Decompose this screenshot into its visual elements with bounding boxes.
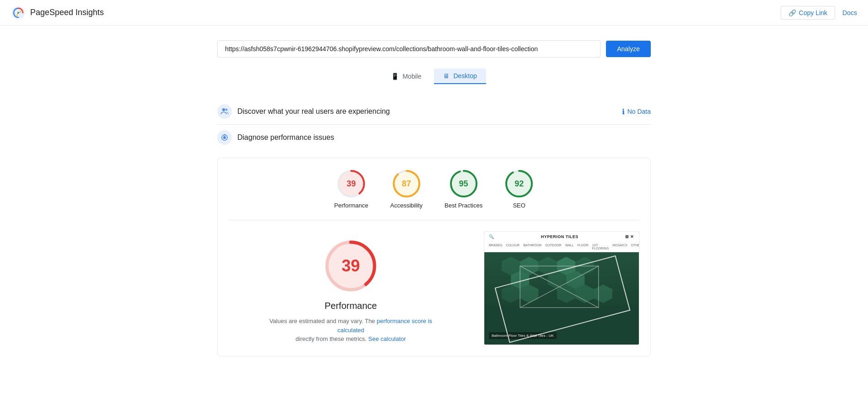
svg-point-7 [224,134,225,136]
main-content: Analyze 📱 Mobile 🖥 Desktop Discover what… [210,26,658,371]
app-title: PageSpeed Insights [30,8,104,17]
svg-marker-34 [520,285,538,303]
site-screenshot: 🔍 HYPERION TILES ⊞ ✕ BRANDS COLOUR BATHR… [484,231,639,345]
diagnose-title: Diagnose performance issues [237,133,651,142]
real-users-title: Discover what your real users are experi… [237,107,616,116]
link-icon: 🔗 [788,9,796,16]
diagnose-section: Diagnose performance issues [217,125,651,150]
big-performance-score: 39 [342,256,360,276]
best-practices-score-value: 95 [459,179,468,189]
svg-marker-33 [502,285,520,303]
url-input[interactable] [217,40,600,58]
seo-score-value: 92 [514,179,524,189]
accessibility-score-value: 87 [402,179,411,189]
header-actions: 🔗 Copy Link Docs [781,6,857,20]
svg-point-1 [17,12,19,14]
analyze-button[interactable]: Analyze [606,41,651,57]
performance-score-value: 39 [347,179,356,189]
svg-marker-38 [594,285,612,303]
see-calculator-link[interactable]: See calculator [368,335,406,342]
accessibility-label: Accessibility [390,202,423,209]
performance-label: Performance [334,202,368,209]
mockup-content: 🔍 HYPERION TILES ⊞ ✕ BRANDS COLOUR BATHR… [484,232,639,345]
performance-circle: 39 [337,169,366,198]
svg-point-2 [222,108,225,111]
performance-description: Values are estimated and may vary. The p… [268,317,433,344]
performance-detail-section: 39 Performance Values are estimated and … [229,231,639,345]
header-logo-area: PageSpeed Insights [11,5,104,20]
users-icon [220,107,229,116]
svg-point-3 [225,109,228,111]
tab-mobile[interactable]: 📱 Mobile [382,69,430,84]
mockup-body: Bathroom Floor Tiles & Wall Tiles - UK [484,252,639,345]
score-item-seo[interactable]: 92 SEO [504,169,534,209]
mockup-site-title: HYPERION TILES [541,234,579,239]
mobile-icon: 📱 [391,73,399,80]
mockup-nav: BRANDS COLOUR BATHROOM OUTDOOR WALL FLOO… [484,242,639,252]
url-section: Analyze [217,40,651,58]
svg-line-39 [520,266,599,308]
svg-marker-37 [575,285,594,303]
scores-row: 39 Performance 87 Accessibility [229,169,639,220]
diagnose-icon [217,130,232,145]
score-item-best-practices[interactable]: 95 Best Practices [445,169,482,209]
svg-marker-36 [557,285,575,303]
svg-marker-35 [539,285,557,303]
svg-marker-32 [566,271,584,289]
mockup-browser-header: 🔍 HYPERION TILES ⊞ ✕ [484,232,639,242]
big-performance-circle: 39 [323,239,378,293]
real-users-section: Discover what your real users are experi… [217,99,651,125]
mockup-overlay-text: Bathroom Floor Tiles & Wall Tiles - UK [489,332,557,339]
best-practices-circle: 95 [449,169,478,198]
mockup-search-icon: 🔍 [489,234,494,239]
app-header: PageSpeed Insights 🔗 Copy Link Docs [0,0,868,26]
best-practices-label: Best Practices [445,202,482,209]
svg-marker-31 [548,271,566,289]
docs-link[interactable]: Docs [842,9,857,16]
seo-label: SEO [513,202,525,209]
accessibility-circle: 87 [392,169,421,198]
desktop-icon: 🖥 [443,72,450,80]
score-item-performance[interactable]: 39 Performance [334,169,368,209]
mockup-window-controls: ⊞ ✕ [625,234,634,239]
real-users-icon [217,104,232,119]
scores-card: 39 Performance 87 Accessibility [217,158,651,356]
score-item-accessibility[interactable]: 87 Accessibility [390,169,423,209]
tab-desktop[interactable]: 🖥 Desktop [434,69,486,84]
hex-pattern-svg [484,252,639,345]
device-tabs: 📱 Mobile 🖥 Desktop [217,69,651,84]
performance-detail-title: Performance [325,301,377,311]
performance-icon [220,133,229,142]
performance-detail: 39 Performance Values are estimated and … [229,231,473,345]
info-icon: ℹ [622,107,625,116]
seo-circle: 92 [504,169,534,198]
copy-link-button[interactable]: 🔗 Copy Link [781,6,835,20]
svg-point-6 [223,136,226,139]
no-data-badge: ℹ No Data [622,107,651,116]
pagespeed-logo-icon [11,5,26,20]
